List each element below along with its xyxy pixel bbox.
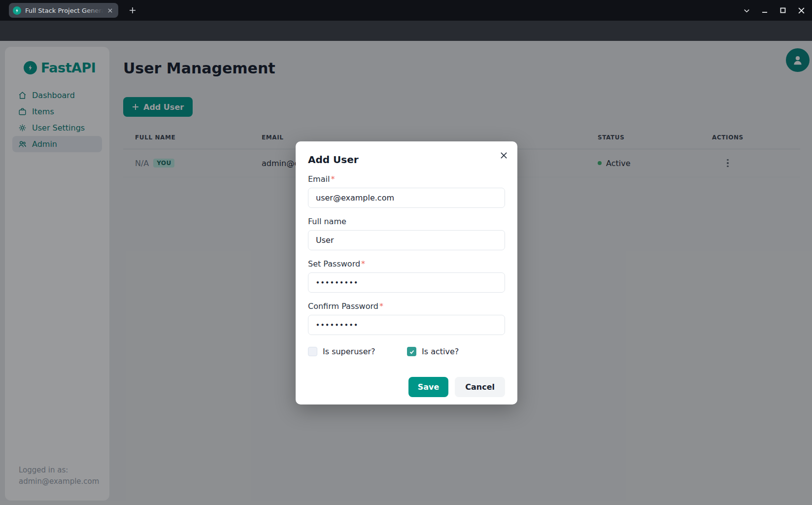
- modal-title: Add User: [308, 154, 505, 166]
- cancel-button[interactable]: Cancel: [455, 377, 505, 397]
- email-field-group: Email*: [308, 174, 505, 208]
- is-active-checkbox-group: Is active?: [407, 347, 459, 356]
- is-superuser-checkbox[interactable]: [308, 347, 317, 356]
- window-controls: [743, 0, 805, 21]
- add-user-modal: Add User Email* Full name Set Password*: [296, 141, 517, 404]
- save-button[interactable]: Save: [408, 377, 449, 397]
- window-maximize-button[interactable]: [779, 6, 787, 14]
- new-tab-button[interactable]: [126, 4, 139, 17]
- browser-tab[interactable]: Full Stack Project Genera: [9, 3, 118, 18]
- checkbox-row: Is superuser? Is active?: [308, 347, 505, 356]
- full-name-field[interactable]: [308, 230, 505, 250]
- window-close-button[interactable]: [797, 6, 805, 14]
- tab-title-fade: [85, 7, 103, 14]
- page-content: FastAPI Dashboard Items: [0, 41, 812, 505]
- browser-toolbar: i localhost /admin 1: [0, 21, 812, 41]
- full-name-label: Full name: [308, 217, 505, 226]
- email-label: Email*: [308, 174, 505, 184]
- is-superuser-label: Is superuser?: [323, 347, 375, 356]
- window-minimize-button[interactable]: [761, 6, 769, 14]
- modal-close-icon[interactable]: [497, 148, 510, 162]
- set-password-label: Set Password*: [308, 259, 505, 269]
- is-superuser-checkbox-group: Is superuser?: [308, 347, 407, 356]
- set-password-field-group: Set Password*: [308, 259, 505, 293]
- email-field[interactable]: [308, 188, 505, 208]
- browser-titlebar: Full Stack Project Genera: [0, 0, 812, 21]
- is-active-checkbox[interactable]: [407, 347, 416, 356]
- is-active-label: Is active?: [422, 347, 459, 356]
- confirm-password-label: Confirm Password*: [308, 302, 505, 311]
- required-asterisk: *: [361, 259, 365, 269]
- tab-close-icon[interactable]: [105, 6, 114, 15]
- set-password-field[interactable]: [308, 272, 505, 293]
- modal-footer: Save Cancel: [308, 377, 505, 397]
- browser-window: Full Stack Project Genera: [0, 0, 812, 505]
- full-name-field-group: Full name: [308, 217, 505, 250]
- required-asterisk: *: [331, 174, 335, 184]
- confirm-password-field[interactable]: [308, 315, 505, 335]
- required-asterisk: *: [379, 302, 383, 311]
- fastapi-favicon-icon: [13, 6, 21, 15]
- tab-title: Full Stack Project Genera: [25, 7, 103, 14]
- tab-search-chevron-icon[interactable]: [743, 6, 750, 14]
- confirm-password-field-group: Confirm Password*: [308, 302, 505, 335]
